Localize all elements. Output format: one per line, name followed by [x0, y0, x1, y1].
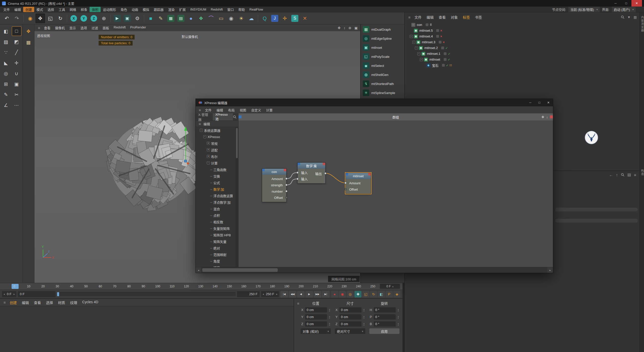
om-menu-edit[interactable]: 编辑 — [424, 15, 436, 20]
current-frame-spinner[interactable]: ◂ 0 F ▸ — [2, 291, 16, 297]
xpresso-tree-相反数[interactable]: –相反数 — [196, 218, 235, 225]
viewport-menu-prorender[interactable]: ProRender — [128, 25, 148, 30]
wire-3[interactable] — [325, 173, 345, 183]
coord-value-rotation-H[interactable]: 0 ° — [374, 307, 396, 313]
material-menu-edit[interactable]: 编辑 — [19, 300, 31, 305]
vp-maximize-icon[interactable]: ▣ — [354, 26, 358, 30]
xpresso-menu-file[interactable]: 文件 — [203, 108, 214, 112]
rotate-button[interactable]: ↻ — [56, 14, 65, 23]
spin-left-icon[interactable]: ◂ — [263, 293, 264, 295]
xpresso-group-header[interactable]: 群组 ✥↓ — [238, 113, 553, 120]
expander-icon[interactable]: + — [207, 142, 210, 145]
stepper[interactable]: ▴▾ — [363, 315, 365, 319]
om-search-icon[interactable] — [621, 15, 624, 19]
stepper[interactable]: ▴▾ — [328, 322, 331, 326]
plugin-qr-button[interactable]: Q — [260, 14, 269, 23]
mark-check[interactable]: ✓ — [445, 46, 448, 50]
visibility-toggle[interactable] — [436, 29, 439, 32]
menu-icon[interactable]: ≡ — [37, 26, 41, 30]
stepper[interactable]: ▴▾ — [363, 322, 365, 326]
prev-frame-button[interactable]: ◀ — [297, 291, 305, 297]
add-camera-button[interactable]: ◉ — [226, 14, 236, 23]
menu-mesh[interactable]: 网格 — [67, 7, 78, 12]
edit-label[interactable]: 编辑 — [204, 121, 210, 126]
close-button[interactable]: ✕ — [631, 0, 642, 7]
xpresso-hscrollbar[interactable]: ◂ ▸ — [196, 267, 553, 273]
expander-icon[interactable]: − — [417, 52, 420, 55]
timeline-slider[interactable] — [57, 292, 235, 296]
viewport-menu-panel[interactable]: 面板 — [100, 25, 111, 30]
material-menu-texture[interactable]: 纹理 — [68, 300, 80, 305]
knife-button[interactable]: ✂ — [12, 90, 21, 99]
scroll-left-icon[interactable]: ◂ — [196, 267, 201, 273]
add-pen-button[interactable]: ✎ — [156, 14, 166, 23]
coord-value-position-Z[interactable]: 0 cm — [305, 321, 327, 327]
om-menu-bookmarks[interactable]: 书签 — [472, 15, 485, 20]
xpresso-tree-交换[interactable]: –交换 — [196, 173, 235, 179]
stepper[interactable]: ▴▾ — [397, 322, 399, 326]
input-port-输入[interactable]: 输入 — [298, 176, 325, 182]
vp-pan-icon[interactable]: ✥ — [338, 26, 341, 30]
input-port-Offset[interactable]: Offset — [346, 186, 371, 193]
attribute-group-bar[interactable] — [555, 219, 638, 223]
plugin-compass-button[interactable]: ✛ — [280, 14, 290, 23]
next-frame-button[interactable]: ▶▶ — [314, 291, 321, 297]
xpresso-menu-edit[interactable]: 编辑 — [214, 108, 226, 112]
object-row-mtInset.2[interactable]: −▣mtInset.2✓ — [405, 45, 639, 51]
add-volume-button[interactable]: ▦ — [166, 14, 176, 23]
material-menu-create[interactable]: 创建 — [7, 300, 19, 305]
plugin-s-button[interactable]: S — [290, 14, 300, 23]
y-axis-button[interactable]: Y — [79, 14, 89, 23]
xpresso-tree-绝对[interactable]: –绝对 — [196, 245, 235, 251]
output-port-Offset[interactable]: Offset — [262, 195, 286, 201]
menu-edit[interactable]: 编辑 — [12, 7, 23, 12]
menu-icon[interactable]: ≡ — [3, 300, 7, 304]
om-menu-objects[interactable]: 对象 — [448, 15, 460, 20]
viewport-menu-redshift[interactable]: Redshift — [111, 25, 128, 30]
stepper[interactable]: ▴▾ — [397, 308, 399, 312]
xpresso-node-mtinset[interactable]: mtInsetAmountOffset — [345, 173, 371, 194]
xpresso-tree-角度[interactable]: –角度 — [196, 258, 235, 264]
menu-spline[interactable]: 样条 — [78, 7, 90, 12]
add-volume-mesh-button[interactable]: ▤ — [176, 14, 186, 23]
mark-check[interactable]: ✓ — [448, 58, 450, 61]
scale-button[interactable]: ◱ — [46, 14, 55, 23]
om-menu-view[interactable]: 查看 — [436, 15, 448, 20]
view-label[interactable]: 透视视图 — [37, 33, 50, 38]
spin-right-icon[interactable]: ▸ — [14, 293, 15, 295]
snap-button[interactable]: ∪ — [12, 69, 21, 78]
wire-2[interactable] — [286, 179, 297, 185]
port-dot[interactable] — [344, 188, 347, 190]
sidebar-scrollbar[interactable] — [235, 127, 238, 267]
live-selection-button[interactable]: ◉ — [25, 14, 35, 23]
stepper[interactable]: ▴▾ — [397, 315, 399, 319]
xpresso-tree-数学:加[interactable]: –数学:加 — [196, 186, 235, 192]
interface-dropdown[interactable]: 启动 (用户)▾ — [612, 7, 636, 12]
visibility-toggle[interactable] — [436, 35, 439, 38]
goto-start-button[interactable]: |◀ — [280, 291, 288, 297]
coord-value-rotation-B[interactable]: 0 ° — [374, 321, 396, 327]
palette-item-mtSelect[interactable]: ◙mtSelect — [361, 61, 404, 70]
output-port-Amount[interactable]: Amount — [262, 176, 286, 182]
axis-mode-button[interactable]: ✛ — [12, 58, 21, 68]
palette-item-mtShortestPath[interactable]: ↯mtShortestPath — [361, 79, 404, 88]
render-settings-button[interactable]: ⚙ — [133, 14, 142, 23]
palette-item-mtInset[interactable]: ▣mtInset — [361, 43, 404, 52]
mark-grid[interactable]: ⠿ — [430, 23, 432, 27]
uv-mode-button[interactable]: ◩ — [12, 37, 21, 47]
menu-icon[interactable]: ≡ — [296, 301, 300, 305]
rock-object[interactable] — [105, 117, 201, 211]
coord-value-size-Y[interactable]: 0 cm — [339, 314, 361, 320]
xpresso-tree-点积[interactable]: –点积 — [196, 212, 235, 218]
stepper[interactable]: ▴▾ — [363, 308, 365, 312]
menu-volume[interactable]: 体积 — [90, 7, 101, 12]
om-bookmark-icon[interactable]: ▤ — [634, 15, 637, 19]
xpresso-tree-适配[interactable]: +适配 — [196, 147, 235, 153]
expander-icon[interactable]: − — [203, 135, 206, 138]
visibility-toggle[interactable] — [441, 47, 444, 49]
xpresso-tree-混合[interactable]: –混合 — [196, 205, 235, 212]
menu-create[interactable]: 创建 — [23, 7, 34, 12]
spin-right-icon[interactable]: ▸ — [276, 293, 277, 295]
object-row-con[interactable]: ∷con⠿ — [405, 22, 639, 28]
record-rotation-button[interactable]: ↻ — [370, 291, 377, 297]
